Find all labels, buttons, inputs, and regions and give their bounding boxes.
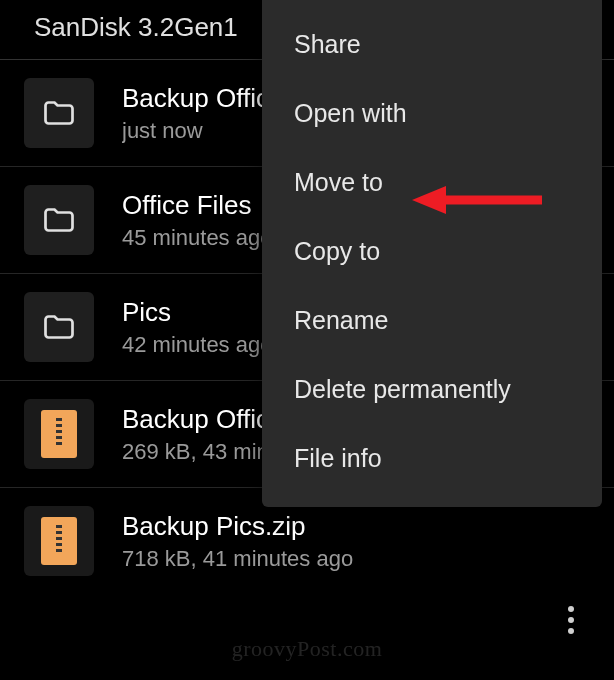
zip-icon	[24, 399, 94, 469]
more-options-button[interactable]	[556, 600, 586, 640]
menu-item-move-to[interactable]: Move to	[262, 148, 602, 217]
menu-item-copy-to[interactable]: Copy to	[262, 217, 602, 286]
watermark: groovyPost.com	[232, 636, 383, 662]
folder-icon	[24, 78, 94, 148]
zip-icon	[24, 506, 94, 576]
menu-item-rename[interactable]: Rename	[262, 286, 602, 355]
menu-item-share[interactable]: Share	[262, 10, 602, 79]
file-name: Backup Pics.zip	[122, 511, 594, 542]
folder-icon	[24, 292, 94, 362]
dots-vertical-icon	[568, 606, 574, 612]
context-menu: Share Open with Move to Copy to Rename D…	[262, 0, 602, 507]
menu-item-delete-permanently[interactable]: Delete permanently	[262, 355, 602, 424]
folder-icon	[24, 185, 94, 255]
menu-item-file-info[interactable]: File info	[262, 424, 602, 493]
file-info: Backup Pics.zip 718 kB, 41 minutes ago	[122, 511, 594, 572]
menu-item-open-with[interactable]: Open with	[262, 79, 602, 148]
file-meta: 718 kB, 41 minutes ago	[122, 546, 594, 572]
